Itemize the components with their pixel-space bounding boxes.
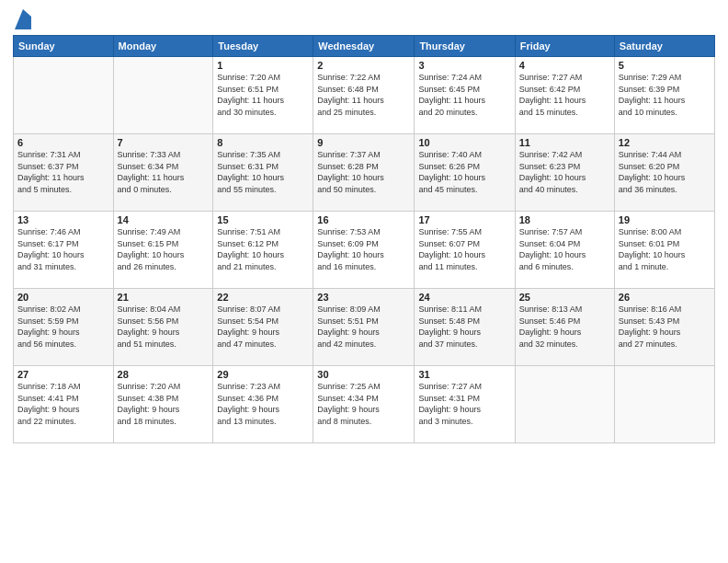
logo-icon (15, 9, 31, 29)
day-info: Sunrise: 7:22 AM Sunset: 6:48 PM Dayligh… (317, 72, 410, 118)
day-number: 28 (118, 369, 210, 380)
day-info: Sunrise: 7:31 AM Sunset: 6:37 PM Dayligh… (17, 149, 109, 195)
calendar-cell (14, 57, 114, 134)
day-number: 13 (17, 214, 109, 225)
day-number: 15 (217, 214, 309, 225)
day-info: Sunrise: 8:11 AM Sunset: 5:48 PM Dayligh… (418, 304, 510, 350)
calendar-cell (614, 366, 714, 443)
day-info: Sunrise: 7:23 AM Sunset: 4:36 PM Dayligh… (217, 381, 309, 427)
calendar-cell: 1Sunrise: 7:20 AM Sunset: 6:51 PM Daylig… (213, 57, 313, 134)
calendar-cell: 26Sunrise: 8:16 AM Sunset: 5:43 PM Dayli… (614, 289, 714, 366)
calendar-cell: 11Sunrise: 7:42 AM Sunset: 6:23 PM Dayli… (515, 134, 614, 212)
day-number: 23 (317, 292, 410, 303)
day-number: 4 (519, 60, 610, 71)
day-info: Sunrise: 7:49 AM Sunset: 6:15 PM Dayligh… (118, 226, 210, 272)
weekday-header: Sunday (14, 36, 114, 57)
day-number: 7 (118, 137, 210, 148)
day-info: Sunrise: 7:53 AM Sunset: 6:09 PM Dayligh… (317, 226, 410, 272)
calendar-cell: 13Sunrise: 7:46 AM Sunset: 6:17 PM Dayli… (14, 212, 114, 289)
day-info: Sunrise: 7:24 AM Sunset: 6:45 PM Dayligh… (418, 72, 510, 118)
day-number: 16 (317, 214, 410, 225)
weekday-header: Saturday (614, 36, 714, 57)
day-info: Sunrise: 7:18 AM Sunset: 4:41 PM Dayligh… (17, 381, 109, 427)
day-info: Sunrise: 7:27 AM Sunset: 4:31 PM Dayligh… (418, 381, 510, 427)
calendar-cell: 27Sunrise: 7:18 AM Sunset: 4:41 PM Dayli… (14, 366, 114, 443)
day-number: 27 (17, 369, 109, 380)
calendar-cell: 14Sunrise: 7:49 AM Sunset: 6:15 PM Dayli… (113, 212, 213, 289)
day-number: 8 (217, 137, 309, 148)
calendar-cell: 10Sunrise: 7:40 AM Sunset: 6:26 PM Dayli… (415, 134, 515, 212)
calendar-cell: 29Sunrise: 7:23 AM Sunset: 4:36 PM Dayli… (213, 366, 313, 443)
day-info: Sunrise: 7:35 AM Sunset: 6:31 PM Dayligh… (217, 149, 309, 195)
calendar-week-row: 27Sunrise: 7:18 AM Sunset: 4:41 PM Dayli… (14, 366, 715, 443)
calendar-cell: 12Sunrise: 7:44 AM Sunset: 6:20 PM Dayli… (614, 134, 714, 212)
calendar-cell: 21Sunrise: 8:04 AM Sunset: 5:56 PM Dayli… (113, 289, 213, 366)
weekday-header: Friday (515, 36, 614, 57)
weekday-row: SundayMondayTuesdayWednesdayThursdayFrid… (14, 36, 715, 57)
day-info: Sunrise: 7:44 AM Sunset: 6:20 PM Dayligh… (619, 149, 711, 195)
calendar-cell: 30Sunrise: 7:25 AM Sunset: 4:34 PM Dayli… (313, 366, 415, 443)
day-info: Sunrise: 7:29 AM Sunset: 6:39 PM Dayligh… (619, 72, 711, 118)
day-info: Sunrise: 7:57 AM Sunset: 6:04 PM Dayligh… (519, 226, 610, 272)
day-info: Sunrise: 7:46 AM Sunset: 6:17 PM Dayligh… (17, 226, 109, 272)
day-info: Sunrise: 8:16 AM Sunset: 5:43 PM Dayligh… (619, 304, 711, 350)
calendar-cell (113, 57, 213, 134)
calendar-cell: 20Sunrise: 8:02 AM Sunset: 5:59 PM Dayli… (14, 289, 114, 366)
header-row (13, 9, 715, 29)
day-number: 11 (519, 137, 610, 148)
calendar-cell: 28Sunrise: 7:20 AM Sunset: 4:38 PM Dayli… (113, 366, 213, 443)
svg-marker-0 (15, 9, 31, 29)
day-number: 18 (519, 214, 610, 225)
calendar-cell: 24Sunrise: 8:11 AM Sunset: 5:48 PM Dayli… (415, 289, 515, 366)
page: SundayMondayTuesdayWednesdayThursdayFrid… (0, 0, 728, 563)
calendar-cell: 6Sunrise: 7:31 AM Sunset: 6:37 PM Daylig… (14, 134, 114, 212)
calendar-week-row: 13Sunrise: 7:46 AM Sunset: 6:17 PM Dayli… (14, 212, 715, 289)
day-info: Sunrise: 7:37 AM Sunset: 6:28 PM Dayligh… (317, 149, 410, 195)
logo-area (13, 9, 31, 29)
day-info: Sunrise: 8:04 AM Sunset: 5:56 PM Dayligh… (118, 304, 210, 350)
day-number: 26 (619, 292, 711, 303)
day-number: 2 (317, 60, 410, 71)
calendar-header: SundayMondayTuesdayWednesdayThursdayFrid… (14, 36, 715, 57)
calendar-cell: 5Sunrise: 7:29 AM Sunset: 6:39 PM Daylig… (614, 57, 714, 134)
calendar-cell: 2Sunrise: 7:22 AM Sunset: 6:48 PM Daylig… (313, 57, 415, 134)
weekday-header: Tuesday (213, 36, 313, 57)
calendar-week-row: 1Sunrise: 7:20 AM Sunset: 6:51 PM Daylig… (14, 57, 715, 134)
day-number: 1 (217, 60, 309, 71)
calendar-cell: 16Sunrise: 7:53 AM Sunset: 6:09 PM Dayli… (313, 212, 415, 289)
day-number: 6 (17, 137, 109, 148)
calendar-week-row: 6Sunrise: 7:31 AM Sunset: 6:37 PM Daylig… (14, 134, 715, 212)
day-number: 25 (519, 292, 610, 303)
day-number: 31 (418, 369, 510, 380)
weekday-header: Thursday (415, 36, 515, 57)
day-number: 20 (17, 292, 109, 303)
day-number: 24 (418, 292, 510, 303)
day-info: Sunrise: 7:20 AM Sunset: 6:51 PM Dayligh… (217, 72, 309, 118)
calendar-cell: 8Sunrise: 7:35 AM Sunset: 6:31 PM Daylig… (213, 134, 313, 212)
calendar-cell: 15Sunrise: 7:51 AM Sunset: 6:12 PM Dayli… (213, 212, 313, 289)
day-info: Sunrise: 8:00 AM Sunset: 6:01 PM Dayligh… (619, 226, 711, 272)
day-info: Sunrise: 7:40 AM Sunset: 6:26 PM Dayligh… (418, 149, 510, 195)
day-number: 10 (418, 137, 510, 148)
calendar-week-row: 20Sunrise: 8:02 AM Sunset: 5:59 PM Dayli… (14, 289, 715, 366)
day-number: 29 (217, 369, 309, 380)
calendar-body: 1Sunrise: 7:20 AM Sunset: 6:51 PM Daylig… (14, 57, 715, 443)
day-number: 30 (317, 369, 410, 380)
day-info: Sunrise: 7:20 AM Sunset: 4:38 PM Dayligh… (118, 381, 210, 427)
day-number: 12 (619, 137, 711, 148)
day-info: Sunrise: 8:02 AM Sunset: 5:59 PM Dayligh… (17, 304, 109, 350)
day-number: 21 (118, 292, 210, 303)
day-number: 9 (317, 137, 410, 148)
calendar-cell: 22Sunrise: 8:07 AM Sunset: 5:54 PM Dayli… (213, 289, 313, 366)
day-info: Sunrise: 7:51 AM Sunset: 6:12 PM Dayligh… (217, 226, 309, 272)
calendar-cell: 23Sunrise: 8:09 AM Sunset: 5:51 PM Dayli… (313, 289, 415, 366)
day-info: Sunrise: 8:09 AM Sunset: 5:51 PM Dayligh… (317, 304, 410, 350)
day-number: 3 (418, 60, 510, 71)
calendar-table: SundayMondayTuesdayWednesdayThursdayFrid… (13, 35, 715, 443)
day-number: 17 (418, 214, 510, 225)
calendar-cell (515, 366, 614, 443)
calendar-cell: 31Sunrise: 7:27 AM Sunset: 4:31 PM Dayli… (415, 366, 515, 443)
weekday-header: Monday (113, 36, 213, 57)
day-info: Sunrise: 7:25 AM Sunset: 4:34 PM Dayligh… (317, 381, 410, 427)
calendar-cell: 25Sunrise: 8:13 AM Sunset: 5:46 PM Dayli… (515, 289, 614, 366)
